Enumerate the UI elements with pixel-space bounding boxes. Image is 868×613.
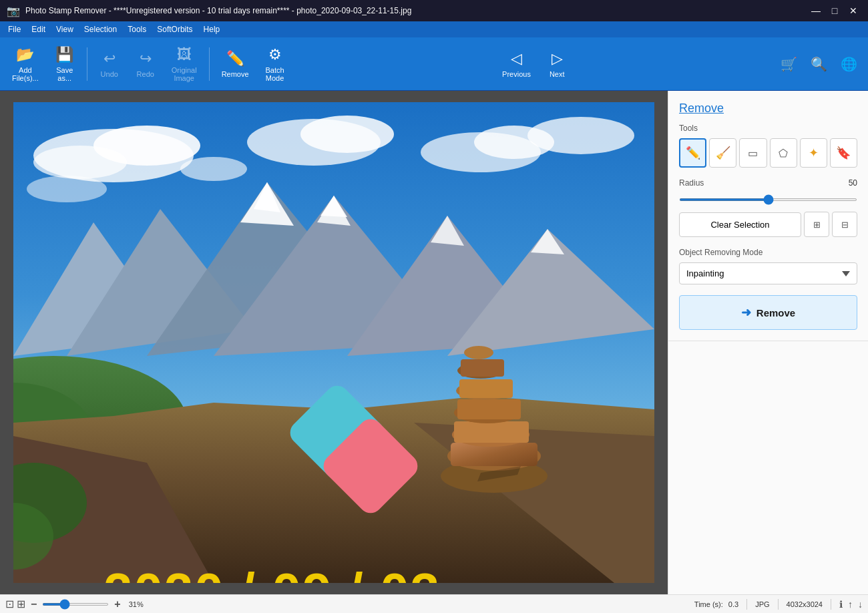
stamp-tool-button[interactable]: 🔖	[830, 138, 857, 168]
svg-point-10	[180, 157, 247, 181]
svg-rect-32	[454, 421, 529, 443]
undo-label: Undo	[101, 70, 118, 78]
menu-selection[interactable]: Selection	[79, 23, 122, 35]
svg-point-39	[464, 346, 493, 359]
right-panel: Remove Tools ✏️ 🧹 ▭ ⬠ ✦ 🔖	[668, 91, 868, 594]
zoom-slider[interactable]	[42, 603, 109, 606]
search-icon[interactable]: 🔍	[805, 51, 833, 77]
remove-arrow-icon: ➜	[741, 305, 751, 320]
select-all-icon: ⊞	[813, 220, 821, 230]
dimensions-label: 4032x3024	[787, 600, 823, 608]
info-icon[interactable]: ℹ	[839, 599, 843, 610]
remove-button[interactable]: ➜ Remove	[679, 295, 857, 330]
redo-icon: ↪	[140, 50, 152, 67]
original-image-label: OriginalImage	[172, 66, 197, 82]
invert-selection-button[interactable]: ⊟	[832, 212, 857, 237]
remove-label: Remove	[222, 70, 249, 78]
batch-mode-button[interactable]: ⚙ BatchMode	[258, 42, 292, 86]
save-as-label: Saveas...	[56, 66, 73, 82]
svg-point-3	[33, 146, 127, 179]
brush-tool-button[interactable]: ✏️	[679, 138, 706, 168]
save-as-button[interactable]: 💾 Saveas...	[48, 42, 81, 86]
status-right: Time (s): 0.3 JPG 4032x3024 ℹ ↑ ↓	[694, 599, 863, 610]
lasso-icon: ⬠	[779, 147, 788, 160]
main-content: 2020 / 09 / 03 Remove Tools ✏️ 🧹 ▭	[0, 91, 868, 594]
previous-label: Previous	[502, 70, 531, 78]
menu-help[interactable]: Help	[198, 23, 226, 35]
cart-icon[interactable]: 🛒	[775, 51, 803, 77]
zoom-value: 31%	[129, 600, 144, 608]
save-as-icon: 💾	[55, 46, 73, 63]
mode-select[interactable]: Inpainting Smart Fill Content-Aware	[679, 262, 857, 284]
toolbar-separator-2	[209, 47, 210, 81]
svg-point-9	[27, 176, 107, 202]
canvas-image: 2020 / 09 / 03	[13, 102, 654, 583]
zoom-in-icon[interactable]: +	[112, 598, 123, 610]
next-button[interactable]: ▷ Next	[541, 46, 573, 82]
select-all-button[interactable]: ⊞	[804, 212, 829, 237]
share-icon[interactable]: ↑	[848, 599, 853, 610]
actual-size-button[interactable]: ⊞	[17, 598, 25, 610]
rect-select-icon: ▭	[748, 147, 758, 160]
remove-toolbar-icon: ✏️	[226, 50, 244, 67]
time-value: 0.3	[728, 600, 738, 608]
batch-mode-label: BatchMode	[266, 66, 284, 82]
title-bar: 📷 Photo Stamp Remover - ****Unregistered…	[0, 0, 868, 21]
eraser-tool-button[interactable]: 🧹	[709, 138, 736, 168]
time-label: Time (s):	[694, 600, 723, 608]
maximize-button[interactable]: □	[827, 3, 843, 19]
eraser-icon: 🧹	[716, 146, 730, 160]
close-button[interactable]: ✕	[845, 3, 861, 19]
redo-label: Redo	[137, 70, 154, 78]
zoom-out-icon[interactable]: −	[28, 598, 39, 610]
toolbar: 📂 AddFile(s)... 💾 Saveas... ↩ Undo ↪ Red…	[0, 37, 868, 91]
original-image-button[interactable]: 🖼 OriginalImage	[165, 42, 204, 86]
remove-button-label: Remove	[756, 307, 795, 319]
tools-label: Tools	[679, 124, 857, 133]
radius-label: Radius	[679, 178, 704, 188]
toolbar-separator-1	[87, 47, 87, 81]
format-label: JPG	[755, 600, 769, 608]
canvas-area[interactable]: 2020 / 09 / 03	[0, 91, 668, 594]
rect-select-tool-button[interactable]: ▭	[739, 138, 767, 168]
add-files-button[interactable]: 📂 AddFile(s)...	[5, 42, 45, 86]
remove-button-toolbar[interactable]: ✏️ Remove	[215, 46, 256, 82]
download-icon[interactable]: ↓	[858, 599, 863, 610]
app-icon: 📷	[7, 5, 20, 17]
brush-icon: ✏️	[686, 146, 700, 160]
previous-button[interactable]: ◁ Previous	[494, 46, 539, 82]
zoom-controls: ⊡ ⊞ − + 31%	[5, 598, 144, 610]
next-icon: ▷	[552, 50, 563, 67]
svg-rect-34	[457, 399, 521, 419]
minimize-button[interactable]: —	[808, 3, 824, 19]
svg-rect-36	[459, 379, 513, 398]
menu-file[interactable]: File	[3, 23, 26, 35]
svg-point-8	[527, 117, 634, 154]
help-icon[interactable]: 🌐	[835, 51, 863, 77]
magic-wand-icon: ✦	[809, 146, 819, 160]
title-bar-text: Photo Stamp Remover - ****Unregistered v…	[25, 6, 411, 15]
menu-tools[interactable]: Tools	[122, 23, 152, 35]
clear-selection-row: Clear Selection ⊞ ⊟	[679, 212, 857, 237]
undo-button[interactable]: ↩ Undo	[93, 46, 126, 82]
panel-title: Remove	[679, 101, 857, 116]
clear-selection-button[interactable]: Clear Selection	[679, 212, 801, 237]
redo-button[interactable]: ↪ Redo	[129, 46, 162, 82]
menu-view[interactable]: View	[51, 23, 79, 35]
add-files-label: AddFile(s)...	[12, 66, 39, 82]
status-bar: ⊡ ⊞ − + 31% Time (s): 0.3 JPG 4032x3024 …	[0, 594, 868, 613]
svg-rect-38	[461, 359, 504, 377]
svg-text:2020 / 09 / 03: 2020 / 09 / 03	[103, 562, 441, 583]
svg-point-5	[300, 116, 394, 153]
batch-mode-icon: ⚙	[268, 46, 282, 63]
radius-slider[interactable]	[679, 198, 857, 201]
fit-to-window-button[interactable]: ⊡	[5, 598, 14, 610]
next-label: Next	[550, 70, 565, 78]
lasso-tool-button[interactable]: ⬠	[770, 138, 797, 168]
menu-edit[interactable]: Edit	[26, 23, 51, 35]
magic-wand-tool-button[interactable]: ✦	[800, 138, 827, 168]
radius-value: 50	[849, 178, 857, 188]
menu-softorbits[interactable]: SoftOrbits	[152, 23, 198, 35]
undo-icon: ↩	[103, 50, 116, 67]
mode-label: Object Removing Mode	[679, 248, 857, 257]
